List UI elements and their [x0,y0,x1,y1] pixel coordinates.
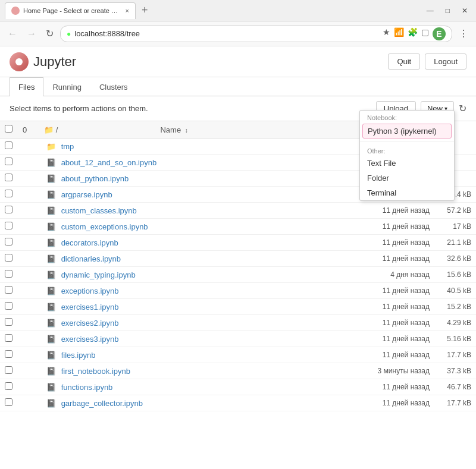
win-maximize-btn[interactable]: □ [442,5,453,16]
row-checkbox[interactable] [5,270,12,278]
row-checkbox[interactable] [5,398,12,406]
notebook-icon: 📓 [46,174,56,183]
profile-icon[interactable]: 📶 [394,27,404,40]
extensions-icon[interactable]: 🧩 [408,27,418,40]
notebook-icon: 📓 [46,254,56,263]
win-close-btn[interactable]: ✕ [458,5,471,16]
logout-btn[interactable]: Logout [425,53,466,70]
file-link[interactable]: tmp [61,142,74,151]
tab-running[interactable]: Running [43,77,90,96]
row-check-cell[interactable] [0,171,18,187]
row-check-cell[interactable] [0,395,18,411]
notebook-icon: 📓 [46,158,56,167]
row-checkbox[interactable] [5,238,12,245]
bookmark-icon[interactable]: ★ [383,27,390,40]
table-row: 📓 decorators.ipynb 11 дней назад 21.1 kB [0,235,476,251]
row-idx-cell [18,155,42,171]
file-link[interactable]: decorators.ipynb [61,238,118,247]
row-checkbox[interactable] [5,141,12,149]
row-check-cell[interactable] [0,347,18,363]
tab-files[interactable]: Files [10,77,43,96]
row-checkbox[interactable] [5,366,12,374]
row-size-cell: 17 kB [434,219,476,235]
file-link[interactable]: files.ipynb [61,351,96,360]
quit-btn[interactable]: Quit [388,53,420,70]
win-minimize-btn[interactable]: — [423,5,437,16]
other-section-label: Other: [360,144,454,156]
row-check-cell[interactable] [0,155,18,171]
tab-clusters[interactable]: Clusters [90,77,137,96]
row-size-cell: 46.7 kB [434,379,476,395]
textfile-item[interactable]: Text File [360,156,454,171]
row-size-cell: 17.7 kB [434,395,476,411]
row-check-cell[interactable] [0,331,18,347]
new-tab-btn[interactable]: + [138,4,152,17]
file-link[interactable]: dynamic_typing.ipynb [61,270,136,279]
row-checkbox[interactable] [5,174,12,181]
row-checkbox[interactable] [5,382,12,390]
browser-menu-btn[interactable]: ⋮ [456,27,471,40]
file-link[interactable]: argparse.ipynb [61,190,112,199]
row-check-cell[interactable] [0,139,18,155]
browser-tab[interactable]: Home Page - Select or create a n × [5,2,136,19]
row-idx-cell [18,203,42,219]
file-link[interactable]: custom_classes.ipynb [61,206,137,215]
row-check-cell[interactable] [0,235,18,251]
table-row: 📓 exercises3.ipynb 11 дней назад 5.16 kB [0,331,476,347]
row-checkbox[interactable] [5,158,12,165]
row-check-cell[interactable] [0,283,18,299]
file-link[interactable]: about_12_and_so_on.ipynb [61,158,156,167]
row-checkbox[interactable] [5,318,12,326]
forward-btn[interactable]: → [24,27,39,40]
address-bar[interactable]: ● localhost:8888/tree ★ 📶 🧩 ▢ E [60,26,452,42]
row-checkbox[interactable] [5,334,12,342]
notebook-icon: 📓 [46,351,56,360]
row-date-cell: 11 дней назад [357,283,434,299]
col-header-check[interactable] [0,121,18,139]
file-link[interactable]: garbage_collector.ipynb [61,399,143,408]
row-name-cell: 📓 decorators.ipynb [42,235,357,251]
file-link[interactable]: exercises2.ipynb [61,319,119,328]
row-check-cell[interactable] [0,267,18,283]
row-checkbox[interactable] [5,286,12,294]
back-btn[interactable]: ← [5,27,20,40]
row-check-cell[interactable] [0,203,18,219]
row-check-cell[interactable] [0,315,18,331]
file-link[interactable]: custom_exceptions.ipynb [61,222,148,231]
row-checkbox[interactable] [5,302,12,310]
row-check-cell[interactable] [0,379,18,395]
row-idx-cell [18,347,42,363]
file-link[interactable]: first_notebook.ipynb [61,367,130,376]
row-check-cell[interactable] [0,363,18,379]
cast-icon[interactable]: ▢ [421,27,429,40]
row-checkbox[interactable] [5,206,12,213]
row-check-cell[interactable] [0,299,18,315]
file-link[interactable]: exceptions.ipynb [61,287,119,295]
row-check-cell[interactable] [0,251,18,267]
file-link[interactable]: about_python.ipynb [61,174,129,183]
file-link[interactable]: dictionaries.ipynb [61,254,121,263]
row-idx-cell [18,139,42,155]
file-link[interactable]: exercises3.ipynb [61,335,119,344]
row-size-cell: 37.3 kB [434,363,476,379]
table-row: 📓 exceptions.ipynb 11 дней назад 40.5 kB [0,283,476,299]
file-link[interactable]: exercises1.ipynb [61,303,119,311]
tab-close-btn[interactable]: × [126,7,129,14]
row-check-cell[interactable] [0,187,18,203]
reload-btn[interactable]: ↻ [43,27,57,40]
folder-item[interactable]: Folder [360,171,454,185]
notebook-icon: 📓 [46,270,56,279]
account-icon[interactable]: E [433,27,446,40]
python3-kernel-item[interactable]: Python 3 (ipykernel) [362,124,452,139]
file-link[interactable]: functions.ipynb [61,383,113,392]
refresh-btn[interactable]: ↻ [459,103,466,114]
select-all-checkbox[interactable] [5,125,12,133]
row-check-cell[interactable] [0,219,18,235]
row-checkbox[interactable] [5,350,12,358]
row-checkbox[interactable] [5,222,12,229]
terminal-item[interactable]: Terminal [360,185,454,200]
col-header-name[interactable]: Name ↕ [155,121,357,139]
notebook-section-label: Notebook: [360,111,454,122]
row-checkbox[interactable] [5,254,12,262]
row-checkbox[interactable] [5,190,12,197]
